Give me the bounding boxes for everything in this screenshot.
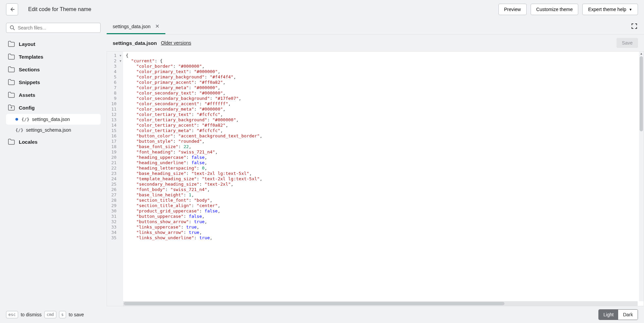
folder-label: Locales <box>19 139 38 145</box>
footer-save: to save <box>69 312 84 317</box>
tab-settings-data[interactable]: settings_data.json <box>107 19 165 34</box>
expert-help-label: Expert theme help <box>588 7 626 12</box>
customize-theme-button[interactable]: Customize theme <box>531 4 579 15</box>
theme-dark-button[interactable]: Dark <box>618 310 638 320</box>
folder-icon <box>8 79 15 85</box>
arrow-left-icon <box>9 6 15 12</box>
folder-assets[interactable]: Assets <box>6 88 101 101</box>
file-item-settings-schema[interactable]: {/} settings_schema.json <box>6 125 101 135</box>
folder-label: Sections <box>19 67 40 72</box>
scroll-thumb[interactable] <box>124 302 504 305</box>
folder-label: Templates <box>19 54 43 60</box>
search-input[interactable] <box>18 25 97 30</box>
folder-label: Config <box>19 105 35 111</box>
folder-templates[interactable]: Templates <box>6 50 101 63</box>
file-label: settings_schema.json <box>26 127 71 133</box>
editor-area: settings_data.json settings_data.json Ol… <box>107 19 644 306</box>
folder-icon <box>8 41 15 47</box>
scroll-thumb[interactable] <box>640 56 643 131</box>
folder-icon <box>8 54 15 60</box>
caret-down-icon: ▼ <box>629 8 632 11</box>
svg-point-0 <box>10 26 14 29</box>
kbd-cmd: cmd <box>44 311 56 318</box>
kbd-esc: esc <box>6 311 18 318</box>
file-header: settings_data.json Older versions Save <box>107 34 644 51</box>
expert-help-button[interactable]: Expert theme help ▼ <box>582 4 638 15</box>
vertical-scrollbar[interactable]: ▲ <box>639 52 644 301</box>
modified-dot-icon <box>15 118 18 121</box>
json-braces-icon: {/} <box>21 117 29 122</box>
code-editor[interactable]: 1 ▾ 2 ▾ 3 4 5 6 7 8 9 10 11 12 13 14 15 … <box>107 51 644 306</box>
folder-icon <box>8 92 15 98</box>
footer-bar: esc to dismiss cmd s to save Light Dark <box>0 306 644 323</box>
search-icon <box>10 25 15 30</box>
folder-icon <box>8 66 15 72</box>
close-icon[interactable] <box>155 24 159 29</box>
scroll-up-icon[interactable]: ▲ <box>640 52 643 56</box>
folder-locales[interactable]: Locales <box>6 135 101 148</box>
folder-sections[interactable]: Sections <box>6 63 101 76</box>
line-gutter: 1 ▾ 2 ▾ 3 4 5 6 7 8 9 10 11 12 13 14 15 … <box>107 52 123 306</box>
folder-icon <box>8 139 15 145</box>
folder-snippets[interactable]: Snippets <box>6 76 101 88</box>
save-button[interactable]: Save <box>616 38 638 48</box>
kbd-s: s <box>59 311 66 318</box>
tab-label: settings_data.json <box>113 24 151 29</box>
search-files-wrap[interactable] <box>6 23 101 33</box>
theme-light-button[interactable]: Light <box>599 310 618 320</box>
theme-toggle: Light Dark <box>598 309 638 320</box>
code-content[interactable]: { "current": { "color_border": "#000000"… <box>123 52 644 306</box>
fullscreen-button[interactable] <box>629 21 639 32</box>
file-item-settings-data[interactable]: {/} settings_data.json <box>6 114 101 125</box>
back-button[interactable] <box>6 3 18 15</box>
file-header-name: settings_data.json <box>113 40 157 46</box>
file-sidebar: Layout Templates Sections Snippets Asset… <box>0 19 107 306</box>
folder-config[interactable]: Config <box>6 101 101 114</box>
preview-button[interactable]: Preview <box>498 4 527 15</box>
folder-label: Layout <box>19 41 35 47</box>
folder-open-icon <box>8 105 15 111</box>
folder-label: Snippets <box>19 79 40 85</box>
json-braces-icon: {/} <box>15 128 23 133</box>
footer-dismiss: to dismiss <box>21 312 42 317</box>
header-bar: Edit code for Theme name Preview Customi… <box>0 0 644 19</box>
folder-layout[interactable]: Layout <box>6 38 101 50</box>
page-title: Edit code for Theme name <box>28 6 91 12</box>
tab-bar: settings_data.json <box>107 19 644 34</box>
horizontal-scrollbar[interactable] <box>123 301 638 306</box>
expand-icon <box>631 23 637 29</box>
folder-label: Assets <box>19 92 35 98</box>
older-versions-link[interactable]: Older versions <box>161 40 191 46</box>
file-label: settings_data.json <box>32 117 70 122</box>
